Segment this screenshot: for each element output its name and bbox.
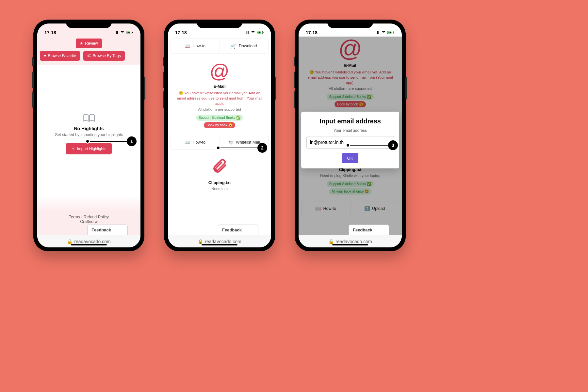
lock-icon: 🔒 <box>328 239 334 244</box>
svg-rect-5 <box>263 32 264 33</box>
heart-icon: ♥ <box>44 54 46 58</box>
url-bar[interactable]: 🔒 readavocado.com <box>168 235 271 247</box>
book-icon <box>83 114 95 123</box>
callout-line-1 <box>88 141 127 142</box>
feedback-tab[interactable]: Feedback <box>87 225 128 235</box>
no-highlights-sub: Get started by importing your highlights <box>55 133 123 137</box>
book-icon: 📖 <box>185 43 190 49</box>
signal-icon: ⠿ <box>377 30 380 35</box>
email-card: @ E-Mail 😉 You haven't whitelisted your … <box>168 55 271 133</box>
svg-rect-2 <box>132 32 133 33</box>
signal-icon: ⠿ <box>115 30 119 35</box>
terms-link[interactable]: Terms - Refund Policy <box>37 215 140 219</box>
callout-dot-3 <box>346 143 350 148</box>
status-icons: ⠿ <box>377 30 395 35</box>
cart-icon: 🛒 <box>231 43 237 49</box>
url-text: readavocado.com <box>205 239 241 244</box>
browse-favorite-button[interactable]: ♥ Browse Favorite <box>40 51 80 61</box>
signal-icon: ⠿ <box>246 30 249 35</box>
status-time: 17:18 <box>44 30 56 35</box>
feedback-tab[interactable]: Feedback <box>218 225 258 235</box>
email-input[interactable] <box>306 136 394 149</box>
download-button[interactable]: 🛒 Download <box>220 39 269 53</box>
review-button[interactable]: ★ Review <box>76 39 102 48</box>
svg-rect-7 <box>388 32 392 34</box>
browse-tags-button[interactable]: 🏷 Browse By Tags <box>83 51 125 61</box>
crafted-text: Crafted w <box>37 219 140 224</box>
url-text: readavocado.com <box>74 239 110 244</box>
dove-icon: 🕊️ <box>228 140 234 145</box>
home-indicator <box>202 244 237 245</box>
phone-3: 17:18 ⠿ @ E-Mail 😉 You haven't whitelist… <box>295 20 406 251</box>
book-icon: 📖 <box>185 140 190 145</box>
modal-label: Your email address <box>306 128 394 133</box>
feedback-tab[interactable]: Feedback <box>349 225 389 235</box>
lock-icon: 🔒 <box>198 239 203 244</box>
battery-icon <box>257 30 264 35</box>
email-modal: Input email address Your email address O… <box>301 112 399 168</box>
url-text: readavocado.com <box>335 239 372 244</box>
status-icons: ⠿ <box>246 30 264 35</box>
at-icon: @ <box>210 61 230 81</box>
ok-button[interactable]: OK <box>342 153 359 163</box>
svg-rect-4 <box>257 32 261 34</box>
badge-book: Book by book 😮 <box>204 122 235 128</box>
email-platform: All platform are supported <box>172 107 267 111</box>
status-time: 17:18 <box>175 30 187 35</box>
home-indicator <box>332 244 368 245</box>
battery-icon <box>126 30 133 35</box>
wifi-icon <box>120 30 125 35</box>
wifi-icon <box>381 30 386 35</box>
howto-button[interactable]: 📖 How-to <box>171 39 220 53</box>
email-title: E-Mail <box>172 84 267 89</box>
svg-rect-8 <box>394 32 394 33</box>
howto-button-2[interactable]: 📖 How-to <box>171 135 220 149</box>
phone-1: 17:18 ⠿ ★ Review <box>33 20 144 251</box>
status-bar: 17:18 ⠿ <box>37 24 140 37</box>
svg-rect-1 <box>127 32 130 34</box>
callout-3: 3 <box>388 140 398 150</box>
email-warning: 😉 You haven't whitelisted your email yet… <box>172 90 267 106</box>
lock-icon: 🔒 <box>67 239 73 244</box>
home-indicator <box>71 244 107 245</box>
paperclip-icon <box>211 158 228 178</box>
url-bar[interactable]: 🔒 readavocado.com <box>299 235 402 247</box>
no-highlights-title: No Highlights <box>74 126 104 131</box>
status-icons: ⠿ <box>115 30 133 35</box>
import-highlights-button[interactable]: ＋ Import Highlights <box>66 143 111 154</box>
url-bar[interactable]: 🔒 readavocado.com <box>37 235 140 247</box>
tag-icon: 🏷 <box>87 54 91 58</box>
clipping-title: Clipping.txt <box>172 180 267 185</box>
plus-icon: ＋ <box>71 146 75 151</box>
callout-line-2 <box>218 148 257 148</box>
callout-2: 2 <box>257 143 267 153</box>
callout-line-3 <box>348 145 388 146</box>
callout-dot-2 <box>216 146 220 150</box>
battery-icon <box>387 30 395 35</box>
badge-sideload: Support Sideload Books ✅ <box>196 115 243 121</box>
callout-dot-1 <box>85 139 90 144</box>
phone-2: 17:18 ⠿ 📖 How-to 🛒 Download @ E-Ma <box>164 20 275 251</box>
star-icon: ★ <box>80 41 83 46</box>
status-time: 17:18 <box>306 30 318 35</box>
clipping-card: Clipping.txt Need to p <box>168 152 271 197</box>
wifi-icon <box>251 30 255 35</box>
status-bar: 17:18 ⠿ <box>168 24 271 37</box>
callout-1: 1 <box>127 136 137 146</box>
status-bar: 17:18 ⠿ <box>299 24 402 37</box>
clipping-sub: Need to p <box>172 187 267 191</box>
modal-title: Input email address <box>306 118 394 125</box>
